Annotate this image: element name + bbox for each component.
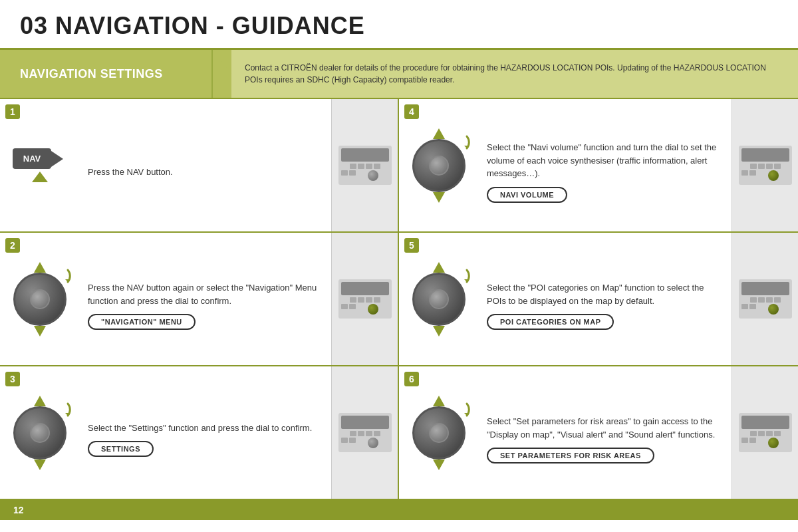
steps-grid: 1 NAV Press the NAV button. 4 bbox=[0, 98, 798, 500]
mini-btn bbox=[741, 438, 748, 443]
mini-btn bbox=[366, 164, 372, 169]
dial-inner bbox=[429, 289, 449, 309]
mini-btn bbox=[374, 297, 380, 303]
mini-knob-graphic bbox=[368, 170, 378, 181]
step-action-button-5[interactable]: POI CATEGORIES ON MAP bbox=[487, 314, 614, 330]
mini-btn bbox=[349, 438, 356, 443]
step-action-button-4[interactable]: NAVI VOLUME bbox=[487, 187, 567, 203]
nav-btn-graphic: NAV bbox=[13, 148, 51, 169]
mini-btn bbox=[366, 431, 372, 436]
mini-buttons-row bbox=[741, 164, 789, 169]
mini-btn bbox=[774, 164, 781, 169]
dial-outer bbox=[412, 406, 466, 460]
step-cell-6: 6 Select "Set parameters for risk areas"… bbox=[399, 366, 798, 500]
step-text-3: Select the "Settings" function and press… bbox=[88, 422, 323, 435]
step-badge-1: 1 bbox=[5, 104, 20, 119]
nav-settings-label: NAVIGATION SETTINGS bbox=[0, 50, 213, 98]
mini-btn bbox=[358, 431, 364, 436]
mini-unit-illustration bbox=[739, 279, 792, 319]
mini-btn bbox=[358, 164, 364, 169]
dial-inner bbox=[30, 289, 50, 309]
step-content-2: Press the NAV button again or select the… bbox=[80, 233, 331, 365]
step-text-2: Press the NAV button again or select the… bbox=[88, 281, 323, 307]
step-content-3: Select the "Settings" function and press… bbox=[80, 366, 331, 499]
step-cell-1: 1 NAV Press the NAV button. bbox=[0, 99, 399, 233]
step-thumbnail-5 bbox=[732, 233, 798, 365]
step-action-button-6[interactable]: SET PARAMETERS FOR RISK AREAS bbox=[487, 448, 654, 464]
step-thumbnail-6 bbox=[732, 366, 798, 499]
mini-buttons-row bbox=[741, 297, 789, 303]
step-action-button-2[interactable]: "NAVIGATION" MENU bbox=[88, 314, 196, 330]
dial-arrow-up bbox=[433, 396, 445, 406]
mini-btn bbox=[766, 297, 773, 303]
mini-btn bbox=[750, 297, 757, 303]
mini-btn bbox=[766, 431, 773, 436]
dial-illustration-4 bbox=[412, 139, 466, 192]
step-text-5: Select the "POI categories on Map" funct… bbox=[487, 281, 724, 307]
nav-settings-description: Contact a CITROËN dealer for details of … bbox=[231, 50, 798, 98]
page-number: 12 bbox=[13, 505, 24, 515]
mini-btn bbox=[374, 164, 380, 169]
mini-buttons-row bbox=[341, 164, 389, 169]
dial-outer bbox=[412, 273, 466, 326]
step-badge-4: 4 bbox=[404, 104, 419, 119]
mini-btn bbox=[349, 304, 356, 309]
mini-unit-illustration bbox=[338, 413, 392, 452]
mini-knob-graphic bbox=[368, 438, 378, 448]
mini-btn bbox=[749, 304, 756, 309]
step-badge-6: 6 bbox=[404, 372, 419, 386]
mini-knob-graphic bbox=[768, 304, 779, 315]
mini-btn bbox=[349, 170, 356, 176]
mini-buttons-row bbox=[341, 431, 389, 436]
mini-btn bbox=[741, 304, 748, 309]
dial-arrow-down bbox=[433, 460, 445, 470]
mini-buttons-row2 bbox=[741, 304, 789, 315]
step-content-4: Select the "Navi volume" function and tu… bbox=[479, 99, 732, 231]
mini-btn bbox=[341, 304, 348, 309]
dial-arrow-up bbox=[433, 262, 445, 273]
mini-btn bbox=[374, 431, 380, 436]
dial-illustration-3 bbox=[13, 406, 66, 460]
dial-inner bbox=[30, 423, 50, 443]
page-header: 03 NAVIGATION - GUIDANCE bbox=[0, 0, 798, 50]
dial-outer bbox=[13, 406, 66, 460]
mini-btn bbox=[350, 164, 356, 169]
step-action-button-3[interactable]: SETTINGS bbox=[88, 441, 154, 457]
step-thumbnail-3 bbox=[331, 366, 398, 499]
mini-btn bbox=[366, 297, 372, 303]
mini-btn bbox=[341, 438, 348, 443]
dial-arrow-up bbox=[433, 128, 445, 139]
dial-illustration-5 bbox=[412, 273, 466, 326]
step-content-6: Select "Set parameters for risk areas" t… bbox=[479, 366, 732, 499]
page-footer: 12 bbox=[0, 500, 798, 520]
mini-btn bbox=[741, 170, 748, 176]
step-text-6: Select "Set parameters for risk areas" t… bbox=[487, 415, 724, 441]
mini-screen bbox=[341, 416, 389, 429]
dial-arrow-down bbox=[34, 460, 46, 470]
mini-screen bbox=[741, 416, 789, 429]
step-badge-2: 2 bbox=[5, 238, 20, 253]
mini-btn bbox=[750, 431, 757, 436]
mini-btn bbox=[758, 297, 765, 303]
dial-arrow-up bbox=[34, 396, 46, 406]
step-cell-2: 2 Press the NAV button again or select t… bbox=[0, 233, 399, 366]
dial-inner bbox=[429, 423, 449, 443]
mini-buttons-row bbox=[341, 297, 389, 303]
mini-buttons-row2 bbox=[741, 170, 789, 181]
mini-btn bbox=[749, 438, 756, 443]
dial-illustration-6 bbox=[412, 406, 466, 460]
mini-btn bbox=[749, 170, 756, 176]
mini-unit-illustration bbox=[338, 279, 392, 319]
mini-screen bbox=[741, 282, 789, 295]
mini-btn bbox=[358, 297, 364, 303]
step-cell-3: 3 Select the "Settings" function and pre… bbox=[0, 366, 399, 500]
step-thumbnail-4 bbox=[732, 99, 798, 231]
step-badge-3: 3 bbox=[5, 372, 20, 386]
mini-btn bbox=[350, 297, 356, 303]
step-text-4: Select the "Navi volume" function and tu… bbox=[487, 141, 724, 180]
mini-buttons-row2 bbox=[341, 170, 389, 181]
step-badge-5: 5 bbox=[404, 238, 419, 253]
dial-inner bbox=[429, 156, 449, 176]
step-text-1: Press the NAV button. bbox=[88, 166, 323, 179]
mini-unit-illustration bbox=[739, 413, 792, 452]
